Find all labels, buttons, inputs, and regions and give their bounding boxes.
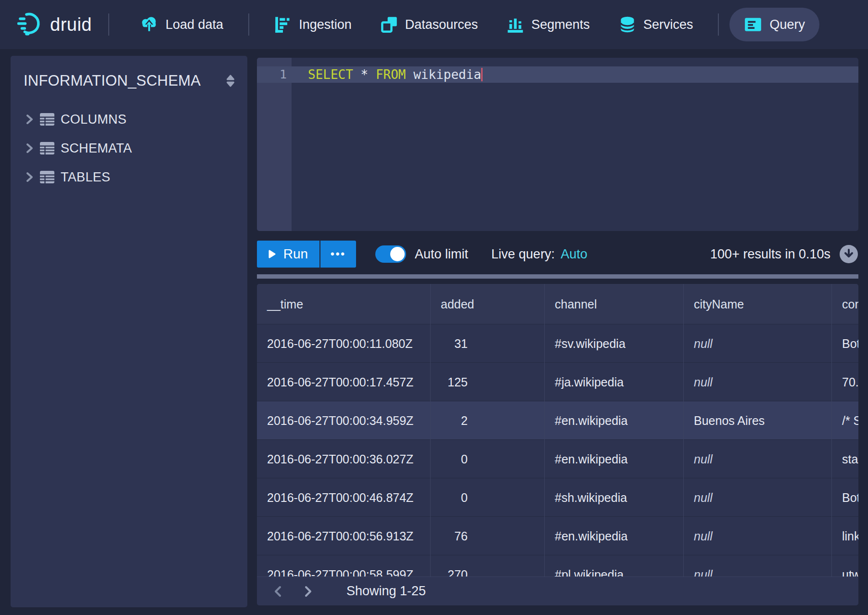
cell-time: 2016-06-27T00:00:11.080Z	[257, 324, 431, 363]
tree-item-label: SCHEMATA	[61, 141, 132, 156]
run-button[interactable]: Run	[257, 241, 319, 268]
cell-cityname: null	[684, 324, 832, 363]
cell-added: 76	[431, 517, 545, 555]
results-header-row: __timeaddedchannelcityNamecomment	[257, 284, 858, 324]
druid-logo[interactable]: druid	[17, 11, 92, 38]
table-row: 2016-06-27T00:00:34.959Z2#en.wikipediaBu…	[257, 401, 858, 440]
nav-items: Load data Ingestion Datasources Segments…	[126, 0, 819, 49]
cell-time: 2016-06-27T00:00:46.874Z	[257, 478, 431, 517]
nav-item-label: Services	[643, 17, 693, 32]
sql-editor[interactable]: 1 SELECT * FROM wikipedia	[257, 58, 858, 231]
tree-item-tables[interactable]: TABLES	[11, 163, 247, 192]
services-icon	[619, 16, 636, 33]
chevron-right-icon[interactable]	[23, 142, 39, 154]
tree-item-columns[interactable]: COLUMNS	[11, 105, 247, 134]
prev-page-chevron-icon[interactable]	[268, 582, 288, 601]
navbar-divider	[108, 13, 109, 36]
next-page-chevron-icon[interactable]	[298, 582, 318, 601]
column-header-cityName[interactable]: cityName	[684, 284, 832, 324]
nav-item-ingestion[interactable]: Ingestion	[260, 8, 366, 41]
splitter-bar[interactable]	[257, 274, 858, 279]
cell-channel: #en.wikipedia	[545, 401, 684, 440]
segments-icon	[507, 16, 524, 33]
sort-double-caret-icon[interactable]	[223, 74, 238, 88]
table-row: 2016-06-27T00:00:11.080Z31#sv.wikipedian…	[257, 324, 858, 363]
cell-channel: #ja.wikipedia	[545, 363, 684, 401]
download-results-icon[interactable]	[839, 244, 858, 264]
nav-item-label: Load data	[166, 17, 223, 32]
nav-item-segments[interactable]: Segments	[492, 8, 604, 41]
nav-item-label: Segments	[531, 17, 590, 32]
results-summary: 100+ results in 0.10s	[710, 247, 830, 262]
chevron-right-icon[interactable]	[23, 171, 39, 183]
schema-tree: COLUMNS SCHEMATA TABLES	[11, 105, 247, 192]
results-table: __timeaddedchannelcityNamecomment 2016-0…	[257, 284, 858, 605]
column-header-added[interactable]: added	[431, 284, 545, 324]
cell-cityname: null	[684, 440, 832, 478]
live-query-value[interactable]: Auto	[561, 247, 587, 262]
schema-title: INFORMATION_SCHEMA	[24, 72, 223, 90]
cell-channel: #sv.wikipedia	[545, 324, 684, 363]
nav-item-load-data[interactable]: Load data	[126, 8, 238, 41]
table-row: 2016-06-27T00:00:36.027Z0#en.wikipedianu…	[257, 440, 858, 478]
cell-cityname: null	[684, 517, 832, 555]
cell-time: 2016-06-27T00:00:34.959Z	[257, 401, 431, 440]
sql-code-line[interactable]: SELECT * FROM wikipedia	[308, 66, 483, 83]
cell-cityname: null	[684, 363, 832, 401]
toggle-knob	[390, 247, 405, 261]
sql-token-op: *	[361, 67, 376, 82]
table-row: 2016-06-27T00:00:17.457Z125#ja.wikipedia…	[257, 363, 858, 401]
results-rows: 2016-06-27T00:00:11.080Z31#sv.wikipedian…	[257, 324, 858, 594]
column-header-comment[interactable]: comment	[832, 284, 858, 324]
cell-channel: #en.wikipedia	[545, 517, 684, 555]
datasources-icon	[381, 16, 398, 33]
ingestion-icon	[274, 16, 292, 33]
line-number: 1	[257, 66, 287, 83]
cell-cityname: Buenos Aires	[684, 401, 832, 440]
auto-limit-toggle[interactable]	[375, 245, 406, 263]
cell-added: 0	[431, 440, 545, 478]
cell-comment: sta	[832, 440, 858, 478]
nav-item-datasources[interactable]: Datasources	[366, 8, 493, 41]
cell-added: 2	[431, 401, 545, 440]
column-header-channel[interactable]: channel	[545, 284, 684, 324]
cell-comment: Bot	[832, 324, 858, 363]
cell-time: 2016-06-27T00:00:56.913Z	[257, 517, 431, 555]
more-dots-icon: •••	[331, 248, 346, 260]
table-row: 2016-06-27T00:00:46.874Z0#sh.wikipedianu…	[257, 478, 858, 517]
sql-token-kw: FROM	[376, 67, 413, 82]
nav-item-label: Query	[769, 17, 805, 32]
auto-limit-label: Auto limit	[415, 247, 468, 262]
cell-cityname: null	[684, 478, 832, 517]
nav-item-services[interactable]: Services	[604, 8, 708, 41]
tree-item-schemata[interactable]: SCHEMATA	[11, 134, 247, 163]
cell-time: 2016-06-27T00:00:17.457Z	[257, 363, 431, 401]
play-icon	[268, 250, 276, 258]
run-more-button[interactable]: •••	[320, 241, 356, 268]
cell-comment: 70.	[832, 363, 858, 401]
schema-header: INFORMATION_SCHEMA	[11, 69, 247, 92]
text-cursor	[481, 68, 483, 81]
navbar-divider	[248, 13, 249, 36]
schema-tree-panel: INFORMATION_SCHEMA COLUMNS	[11, 56, 247, 607]
cell-time: 2016-06-27T00:00:36.027Z	[257, 440, 431, 478]
cell-comment: link	[832, 517, 858, 555]
pagination-label: Showing 1-25	[346, 584, 426, 599]
run-bar: Run ••• Auto limit Live query: Auto 100+…	[257, 241, 858, 268]
table-icon	[39, 170, 61, 184]
nav-item-query[interactable]: Query	[729, 8, 819, 41]
cloud-upload-icon	[140, 15, 158, 34]
column-header-time[interactable]: __time	[257, 284, 431, 324]
brand-name: druid	[50, 14, 92, 35]
results-footer: Showing 1-25	[257, 577, 858, 605]
chevron-right-icon[interactable]	[23, 113, 39, 126]
editor-gutter	[257, 58, 292, 231]
nav-item-label: Datasources	[405, 17, 478, 32]
navbar-divider	[718, 13, 719, 36]
cell-added: 125	[431, 363, 545, 401]
druid-logo-icon	[17, 11, 42, 38]
sql-token-kw: SELECT	[308, 67, 361, 82]
navbar: druid Load data Ingestion Datasources Se…	[0, 0, 868, 49]
nav-item-label: Ingestion	[299, 17, 352, 32]
tree-item-label: TABLES	[61, 170, 110, 185]
